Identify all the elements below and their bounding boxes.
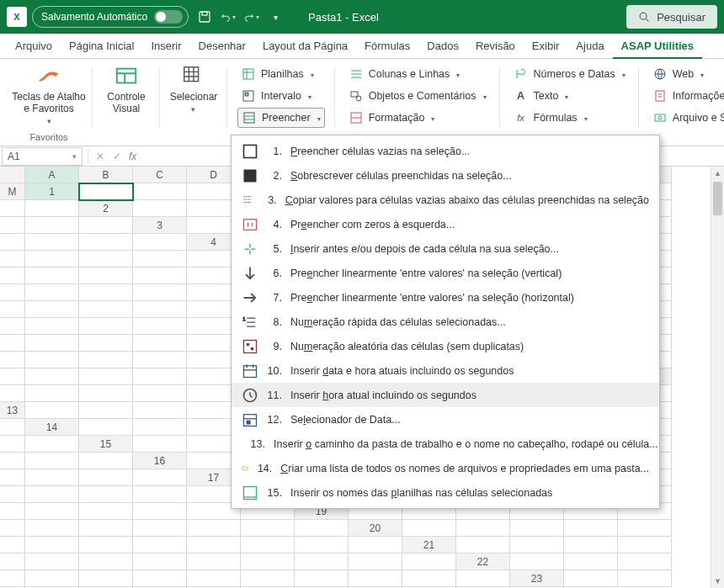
- cell[interactable]: [564, 520, 618, 537]
- col-header[interactable]: B: [79, 167, 133, 183]
- cell[interactable]: [25, 436, 79, 453]
- cell[interactable]: [79, 301, 133, 318]
- cell[interactable]: [79, 486, 133, 503]
- cell[interactable]: [0, 554, 25, 570]
- cell[interactable]: [79, 368, 133, 385]
- cell[interactable]: [241, 537, 295, 554]
- cell[interactable]: [25, 503, 79, 520]
- scroll-down-icon[interactable]: ▼: [711, 575, 724, 588]
- cell[interactable]: [0, 301, 25, 318]
- selecionar-button[interactable]: Selecionar: [163, 62, 224, 115]
- row-header[interactable]: 1: [25, 183, 79, 200]
- cell[interactable]: [79, 503, 133, 520]
- cell[interactable]: [187, 570, 241, 587]
- cell[interactable]: [25, 301, 79, 318]
- controle-visual-button[interactable]: ControleVisual: [96, 62, 157, 114]
- informacoes-button[interactable]: Informações: [649, 86, 724, 106]
- cell[interactable]: [0, 368, 25, 385]
- cell[interactable]: [25, 335, 79, 352]
- menu-item[interactable]: 2.Sobrescrever células preenchidas na se…: [232, 163, 659, 188]
- tab-desenhar[interactable]: Desenhar: [190, 34, 254, 59]
- row-header[interactable]: 20: [349, 520, 402, 537]
- cell[interactable]: [0, 385, 25, 402]
- cell[interactable]: [456, 520, 510, 537]
- web-button[interactable]: Web: [649, 64, 724, 84]
- cell[interactable]: [79, 217, 133, 234]
- tab-asap-utilities[interactable]: ASAP Utilities: [613, 34, 702, 59]
- cell[interactable]: [133, 352, 187, 368]
- cell[interactable]: [456, 570, 510, 587]
- cell[interactable]: [79, 251, 133, 268]
- cell[interactable]: [0, 217, 25, 234]
- cell[interactable]: [0, 284, 25, 301]
- cell[interactable]: [0, 436, 25, 453]
- cell[interactable]: [25, 385, 79, 402]
- cell[interactable]: [79, 284, 133, 301]
- cell[interactable]: [133, 234, 187, 251]
- cell[interactable]: [133, 486, 187, 503]
- cell[interactable]: [133, 301, 187, 318]
- menu-item[interactable]: 5.Inserir antes e/ou depois de cada célu…: [232, 236, 659, 261]
- menu-item[interactable]: 15.Inserir os nomes das planilhas nas cé…: [232, 480, 659, 505]
- cell[interactable]: [618, 570, 672, 587]
- cell[interactable]: [510, 520, 564, 537]
- save-icon[interactable]: [197, 9, 212, 24]
- cell[interactable]: [295, 520, 349, 537]
- row-header[interactable]: 15: [79, 436, 133, 453]
- cell[interactable]: [0, 520, 25, 537]
- menu-item[interactable]: 3.Copiar valores para células vazias aba…: [232, 188, 659, 212]
- cell[interactable]: [0, 537, 25, 554]
- teclas-atalho-favoritos-button[interactable]: Teclas de Atalhoe Favoritos: [8, 62, 89, 127]
- cell[interactable]: [187, 554, 241, 570]
- row-header[interactable]: 13: [0, 402, 25, 419]
- cancel-icon[interactable]: ✕: [92, 151, 109, 162]
- name-box[interactable]: A1▾: [2, 147, 83, 166]
- scroll-up-icon[interactable]: ▲: [711, 167, 724, 180]
- cell[interactable]: [79, 335, 133, 352]
- cell[interactable]: [402, 570, 456, 587]
- cell[interactable]: [187, 537, 241, 554]
- cell[interactable]: [0, 503, 25, 520]
- row-header[interactable]: 16: [133, 453, 187, 469]
- cell[interactable]: [0, 419, 25, 436]
- cell[interactable]: [618, 537, 672, 554]
- cell[interactable]: [25, 217, 79, 234]
- col-header[interactable]: C: [133, 167, 187, 183]
- cell[interactable]: [25, 570, 79, 587]
- row-header[interactable]: 23: [510, 570, 564, 587]
- fx-label-icon[interactable]: fx: [125, 151, 140, 162]
- cell[interactable]: [25, 402, 79, 419]
- cell[interactable]: [133, 402, 187, 419]
- cell[interactable]: [79, 419, 133, 436]
- cell[interactable]: [133, 183, 187, 200]
- row-header[interactable]: 22: [456, 554, 510, 570]
- cell[interactable]: [295, 537, 349, 554]
- menu-item[interactable]: 4.Preencher com zeros à esquerda...: [232, 212, 659, 236]
- cell[interactable]: [25, 453, 79, 469]
- cell[interactable]: [79, 318, 133, 335]
- cell[interactable]: [0, 352, 25, 368]
- cell[interactable]: [25, 251, 79, 268]
- cell[interactable]: [133, 419, 187, 436]
- menu-item[interactable]: 6.Preencher linearmente 'entre valores' …: [232, 261, 659, 285]
- cell[interactable]: [25, 318, 79, 335]
- menu-item[interactable]: 10.Inserir data e hora atuais incluindo …: [232, 358, 659, 383]
- cell[interactable]: [241, 570, 295, 587]
- row-header[interactable]: 2: [79, 200, 133, 217]
- cell[interactable]: [133, 520, 187, 537]
- confirm-icon[interactable]: ✓: [109, 151, 125, 162]
- cell[interactable]: [25, 537, 79, 554]
- cell[interactable]: [79, 570, 133, 587]
- cell[interactable]: [133, 251, 187, 268]
- menu-item[interactable]: 14.Criar uma lista de todos os nomes de …: [232, 456, 659, 480]
- qat-overflow-icon[interactable]: ▾: [268, 9, 283, 24]
- cell[interactable]: [25, 268, 79, 284]
- menu-item[interactable]: 13.Inserir o caminho da pasta de trabalh…: [232, 432, 659, 456]
- cell[interactable]: [564, 554, 618, 570]
- cell[interactable]: [510, 537, 564, 554]
- formatacao-button[interactable]: Formatação: [345, 108, 490, 128]
- row-header[interactable]: 14: [25, 419, 79, 436]
- cell[interactable]: [349, 554, 402, 570]
- cell[interactable]: [187, 520, 241, 537]
- cell[interactable]: [456, 537, 510, 554]
